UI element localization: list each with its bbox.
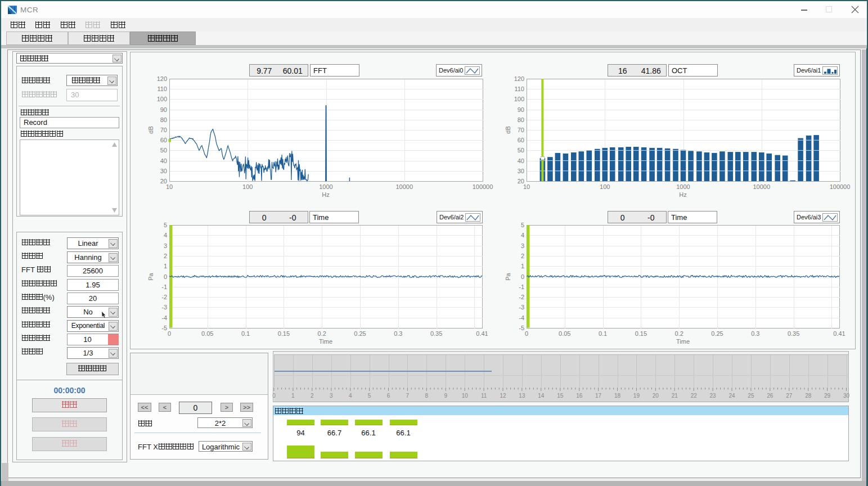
svg-text:9: 9: [444, 393, 447, 399]
svg-text:28: 28: [805, 393, 812, 399]
svg-text:21: 21: [672, 393, 678, 399]
svg-text:17: 17: [595, 393, 602, 399]
svg-text:10: 10: [462, 393, 469, 399]
svg-text:1: 1: [291, 393, 295, 399]
svg-text:19: 19: [633, 393, 640, 399]
svg-text:7: 7: [406, 393, 410, 399]
svg-text:11: 11: [481, 393, 487, 399]
svg-text:12: 12: [500, 393, 506, 399]
svg-text:8: 8: [425, 393, 429, 399]
svg-text:4: 4: [349, 393, 352, 399]
svg-text:5: 5: [368, 393, 371, 399]
svg-text:14: 14: [538, 393, 545, 399]
svg-text:0: 0: [272, 393, 276, 399]
svg-text:29: 29: [824, 393, 831, 399]
svg-text:18: 18: [614, 393, 621, 399]
svg-text:20: 20: [653, 393, 659, 399]
svg-text:22: 22: [691, 393, 698, 399]
svg-text:26: 26: [767, 393, 773, 399]
svg-text:2: 2: [311, 393, 314, 399]
svg-text:25: 25: [748, 393, 754, 399]
svg-text:15: 15: [557, 393, 564, 399]
svg-text:3: 3: [330, 393, 333, 399]
svg-text:13: 13: [519, 393, 525, 399]
svg-text:27: 27: [786, 393, 793, 399]
svg-text:24: 24: [728, 393, 735, 399]
svg-text:16: 16: [576, 393, 583, 399]
svg-text:30: 30: [843, 393, 850, 399]
svg-text:6: 6: [387, 393, 390, 399]
svg-text:23: 23: [710, 393, 717, 399]
